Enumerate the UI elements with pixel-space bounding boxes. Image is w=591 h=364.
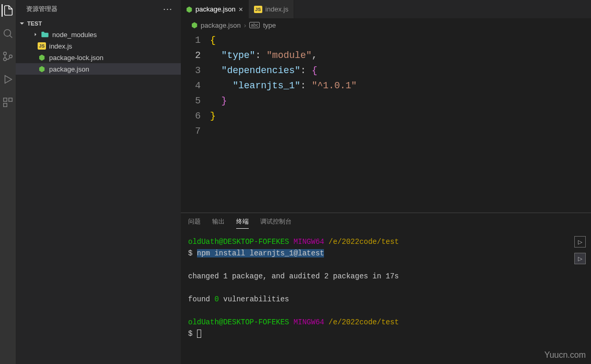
svg-point-3 xyxy=(4,58,7,61)
explorer-icon[interactable] xyxy=(2,4,14,17)
node-file-icon: ⬢ xyxy=(191,21,198,29)
file-label: index.js xyxy=(49,42,72,50)
tab-index-js[interactable]: JS index.js xyxy=(249,0,294,18)
activity-bar xyxy=(0,0,16,364)
folder-icon xyxy=(40,31,50,38)
tab-debug-console[interactable]: 调试控制台 xyxy=(260,216,292,229)
chevron-right-icon xyxy=(31,31,40,38)
breadcrumb[interactable]: ⬢ package.json › abc type xyxy=(181,18,591,32)
sidebar-title: 资源管理器 xyxy=(26,5,57,14)
svg-rect-6 xyxy=(4,98,7,101)
node-file-icon: ⬢ xyxy=(186,5,192,14)
file-label: package-lock.json xyxy=(49,54,103,62)
terminal-side-icons: ▷ ▷ xyxy=(574,236,586,264)
code-content[interactable]: { "type": "module", "dependencies": { "l… xyxy=(210,33,591,213)
editor-tabs: ⬢ package.json × JS index.js xyxy=(181,0,591,18)
node-file-icon: ⬢ xyxy=(37,53,47,62)
tree-item-package-lock[interactable]: ⬢ package-lock.json xyxy=(16,52,181,63)
js-file-icon: JS xyxy=(254,6,262,13)
tab-terminal[interactable]: 终端 xyxy=(236,216,249,229)
svg-point-4 xyxy=(9,55,13,58)
chevron-down-icon xyxy=(18,19,26,28)
terminal-output: changed 1 package, and audited 2 package… xyxy=(188,272,399,280)
symbol-badge-icon: abc xyxy=(249,22,260,28)
tab-output[interactable]: 输出 xyxy=(212,216,225,229)
watermark: Yuucn.com xyxy=(544,350,586,360)
terminal-shell-icon[interactable]: ▷ xyxy=(574,253,586,264)
close-icon[interactable]: × xyxy=(239,5,243,14)
svg-marker-5 xyxy=(5,76,12,84)
terminal-content[interactable]: oldUath@DESKTOP-FOFEKES MINGW64 /e/2022c… xyxy=(181,229,591,364)
file-label: package.json xyxy=(49,65,89,73)
gutter: 1 2 3 4 5 6 7 xyxy=(181,33,210,213)
run-debug-icon[interactable] xyxy=(2,73,14,86)
breadcrumb-symbol: type xyxy=(263,21,276,29)
svg-rect-8 xyxy=(4,103,7,107)
sidebar: 资源管理器 ··· TEST node_modules JS index.js … xyxy=(16,0,181,364)
svg-line-1 xyxy=(10,36,13,38)
editor-area: ⬢ package.json × JS index.js ⬢ package.j… xyxy=(181,0,591,364)
search-icon[interactable] xyxy=(2,27,14,40)
tree-item-index-js[interactable]: JS index.js xyxy=(16,40,181,52)
breadcrumb-file: package.json xyxy=(201,21,241,29)
node-file-icon: ⬢ xyxy=(37,65,47,73)
svg-rect-7 xyxy=(9,98,12,101)
terminal-panel: 问题 输出 终端 调试控制台 ▷ ▷ oldUath@DESKTOP-FOFEK… xyxy=(181,213,591,364)
tree-item-node-modules[interactable]: node_modules xyxy=(16,29,181,40)
tree-item-package-json[interactable]: ⬢ package.json xyxy=(16,63,181,75)
code-editor[interactable]: 1 2 3 4 5 6 7 { "type": "module", "depen… xyxy=(181,32,591,213)
source-control-icon[interactable] xyxy=(2,50,14,63)
tab-label: package.json xyxy=(195,5,236,13)
tab-problems[interactable]: 问题 xyxy=(188,216,201,229)
js-file-icon: JS xyxy=(37,42,47,50)
more-icon[interactable]: ··· xyxy=(163,4,172,15)
chevron-right-icon: › xyxy=(244,21,246,29)
terminal-command: npm install learnjts_1@latest xyxy=(197,249,325,257)
tab-label: index.js xyxy=(265,5,288,13)
panel-tabs: 问题 输出 终端 调试控制台 xyxy=(181,213,591,229)
sidebar-header: 资源管理器 ··· xyxy=(16,0,181,18)
tab-package-json[interactable]: ⬢ package.json × xyxy=(181,0,249,18)
file-label: node_modules xyxy=(52,31,97,39)
extensions-icon[interactable] xyxy=(2,96,14,109)
svg-point-2 xyxy=(4,52,7,55)
terminal-shell-icon[interactable]: ▷ xyxy=(574,236,586,248)
tree-root[interactable]: TEST xyxy=(16,18,181,29)
cursor-icon xyxy=(197,330,201,338)
svg-point-0 xyxy=(4,30,11,37)
